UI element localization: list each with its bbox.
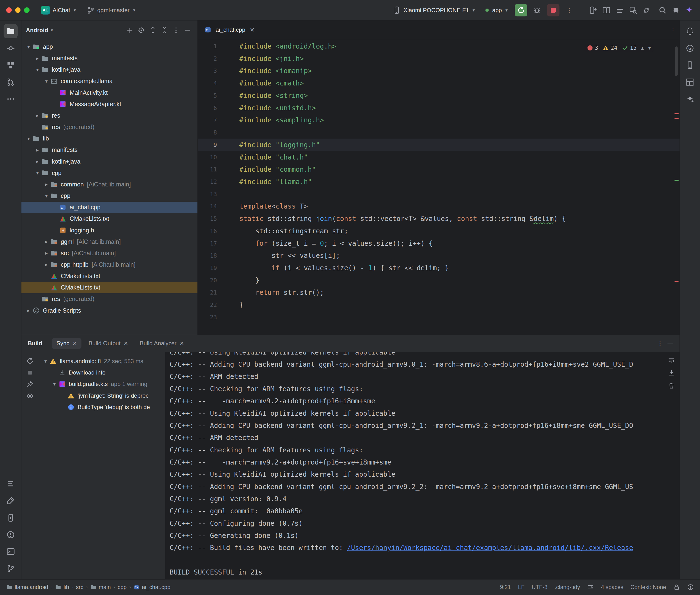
close-icon[interactable]: ✕: [123, 340, 128, 347]
device-selector[interactable]: Xiaomi POCOPHONE F1 ▾: [389, 4, 478, 16]
preview-icon[interactable]: [26, 392, 34, 400]
tree-item-build-gradle-kts[interactable]: ▾build.gradle.ktsapp 1 warning: [38, 378, 165, 390]
line-number[interactable]: 23: [198, 314, 239, 321]
tree-item-ggml[interactable]: ▸ggml[AiChat.lib.main]: [22, 236, 197, 247]
inspections-widget[interactable]: 3 24 15 ▲ ▼: [584, 44, 653, 52]
logcat-button[interactable]: [614, 4, 626, 16]
tree-item-cpp[interactable]: ▾cpp: [22, 190, 197, 201]
tree-item-kotlin-java[interactable]: ▸kotlin+java: [22, 156, 197, 167]
expand-all-button[interactable]: [147, 25, 158, 36]
tree-item-jvmtarget-string-is-deprec[interactable]: 'jvmTarget: String' is deprec: [38, 390, 165, 401]
tree-item-messageadapter-kt[interactable]: MessageAdapter.kt: [22, 98, 197, 110]
line-number[interactable]: 20: [198, 277, 239, 284]
breadcrumb-item-main[interactable]: main: [90, 584, 111, 591]
chevron-down-icon[interactable]: ▾: [34, 170, 41, 176]
tree-item-cmakelists-txt[interactable]: CMakeLists.txt: [22, 271, 197, 282]
chevron-right-icon[interactable]: ▸: [34, 55, 41, 61]
build-console[interactable]: C/C++: -- Using KleidiAI optimized kerne…: [165, 352, 679, 579]
tree-item-res[interactable]: ▸res: [22, 110, 197, 121]
indentation[interactable]: 4 spaces: [601, 584, 623, 591]
line-number[interactable]: 2: [198, 55, 239, 62]
line-number[interactable]: 19: [198, 264, 239, 272]
breadcrumb-item-lib[interactable]: lib: [55, 584, 69, 591]
capture-button[interactable]: [640, 4, 653, 16]
project-selector[interactable]: AC AiChat ▾: [37, 4, 79, 16]
notifications-tool-button[interactable]: [682, 24, 697, 38]
line-number[interactable]: 9: [198, 141, 239, 148]
close-icon[interactable]: ✕: [179, 340, 184, 347]
search-button[interactable]: [656, 4, 669, 16]
breadcrumb-item-cpp[interactable]: cpp: [118, 584, 127, 591]
chevron-right-icon[interactable]: ▸: [34, 159, 41, 164]
chevron-down-icon[interactable]: ▾: [34, 67, 41, 73]
tree-item-com-example-llama[interactable]: ▾com.example.llama: [22, 76, 197, 87]
branch-selector[interactable]: ggml-master ▾: [83, 4, 139, 16]
lock-icon[interactable]: [673, 584, 680, 591]
running-devices-tool-button[interactable]: [4, 510, 18, 525]
chevron-down-icon[interactable]: ▾: [42, 358, 49, 364]
tree-item-cmakelists-txt[interactable]: CMakeLists.txt: [22, 282, 197, 293]
build-tool-button[interactable]: [4, 493, 18, 508]
build-options-icon[interactable]: ⋮: [657, 340, 663, 347]
chevron-down-icon[interactable]: ▾: [25, 44, 32, 50]
terminal-tool-button[interactable]: [4, 544, 18, 559]
tree-item-llama-android-fi[interactable]: ▾llama.android: fi22 sec, 583 ms: [38, 356, 165, 367]
tree-item-src[interactable]: ▸src[AiChat.lib.main]: [22, 247, 197, 259]
problems-tool-button[interactable]: [4, 528, 18, 542]
warnings-indicator[interactable]: 24: [603, 45, 617, 51]
tree-item-logging-h[interactable]: Hlogging.h: [22, 225, 197, 236]
errors-indicator[interactable]: 3: [587, 45, 598, 51]
tree-item-app[interactable]: ▾app: [22, 41, 197, 52]
gradle-tool-button[interactable]: G: [682, 41, 697, 55]
line-number[interactable]: 6: [198, 105, 239, 111]
pair-devices-button[interactable]: [600, 4, 612, 16]
target-button[interactable]: [136, 25, 147, 36]
plus-button[interactable]: [124, 25, 135, 36]
chevron-right-icon[interactable]: ▸: [43, 239, 50, 245]
line-number[interactable]: 1: [198, 43, 239, 50]
line-separator[interactable]: LF: [518, 584, 525, 591]
app-inspection-button[interactable]: [627, 4, 639, 16]
line-number[interactable]: 16: [198, 228, 239, 234]
debug-button[interactable]: [531, 4, 543, 16]
next-problem-icon[interactable]: ▼: [648, 46, 651, 51]
chevron-right-icon[interactable]: ▸: [43, 181, 50, 187]
tree-item-ai-chat-cpp[interactable]: C+ai_chat.cpp: [22, 202, 197, 213]
gemini-button[interactable]: [683, 4, 696, 16]
line-number[interactable]: 5: [198, 92, 239, 99]
project-view-selector[interactable]: Android: [26, 27, 48, 34]
stop-small-icon[interactable]: [26, 369, 34, 376]
project-tool-button[interactable]: [4, 24, 18, 38]
passed-indicator[interactable]: 15: [622, 45, 637, 51]
commit-tool-button[interactable]: [4, 41, 18, 55]
project-tree[interactable]: ▾app▸manifests▾kotlin+java▾com.example.l…: [22, 40, 197, 335]
build-result-tree[interactable]: ▾llama.android: fi22 sec, 583 msDownload…: [38, 352, 165, 579]
zoom-button[interactable]: [24, 7, 29, 12]
tree-item-buildtype-debug-is-both-de[interactable]: BuildType 'debug' is both de: [38, 401, 165, 413]
editor-tab-ai-chat-cpp[interactable]: C+ ai_chat.cpp ✕: [198, 21, 261, 39]
tree-item-download-info[interactable]: Download info: [38, 367, 165, 378]
line-number[interactable]: 18: [198, 252, 239, 259]
editor-options-icon[interactable]: ⋮: [670, 26, 676, 33]
minimize-button[interactable]: [15, 7, 21, 12]
kebab-button[interactable]: [171, 25, 181, 36]
line-number[interactable]: 12: [198, 178, 239, 185]
context-widget[interactable]: Context: None: [631, 584, 666, 591]
caret-position[interactable]: 9:21: [500, 584, 511, 591]
chevron-right-icon[interactable]: ▸: [34, 113, 41, 118]
line-number[interactable]: 22: [198, 302, 239, 308]
git-tool-button[interactable]: [4, 561, 18, 576]
settings-button[interactable]: [670, 4, 682, 16]
tree-item-cpp[interactable]: ▾cpp: [22, 167, 197, 178]
code-style-icon[interactable]: [587, 584, 594, 591]
line-number[interactable]: 4: [198, 80, 239, 87]
line-number[interactable]: 17: [198, 240, 239, 247]
line-number[interactable]: 15: [198, 215, 239, 222]
editor-scrollbar[interactable]: [675, 47, 678, 76]
chevron-right-icon[interactable]: ▸: [43, 250, 50, 256]
chevron-right-icon[interactable]: ▸: [34, 147, 41, 153]
collapse-all-button[interactable]: [159, 25, 170, 36]
scroll-to-end-icon[interactable]: [668, 369, 675, 376]
tree-item-res[interactable]: res(generated): [22, 293, 197, 305]
chevron-right-icon[interactable]: ▸: [43, 262, 50, 267]
